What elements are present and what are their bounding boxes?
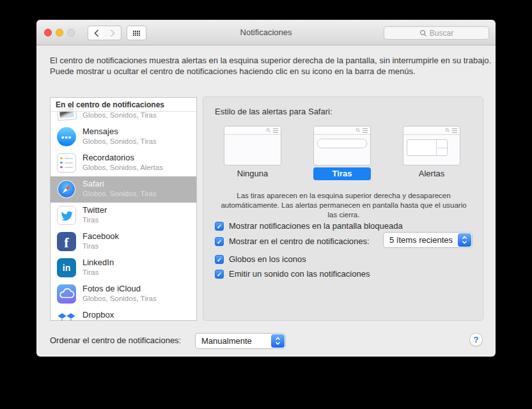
alert-shape: [407, 139, 448, 156]
safari-app-icon: [57, 180, 76, 199]
minimize-button[interactable]: [56, 29, 63, 36]
checkbox-checked[interactable]: ✓: [215, 270, 224, 279]
checkbox-checked[interactable]: ✓: [215, 222, 224, 231]
sidebar-item-mensajes[interactable]: ••• Mensajes Globos, Sonidos, Tiras: [51, 124, 196, 150]
dropdown-arrows-icon: [458, 233, 471, 247]
search-icon: [445, 128, 450, 133]
reminders-app-icon: [57, 153, 76, 173]
sidebar-item-dropbox[interactable]: Dropbox: [51, 307, 196, 321]
search-placeholder: Buscar: [430, 29, 453, 38]
app-subtitle: Tiras: [82, 216, 98, 224]
app-title: Safari: [82, 179, 104, 189]
show-all-button[interactable]: [127, 26, 146, 40]
intro-text: El centro de notificaciones muestra aler…: [50, 55, 494, 77]
app-subtitle: Globos, Sonidos, Tiras: [82, 190, 157, 197]
dropdown-arrows-icon: [271, 334, 285, 348]
checkbox-checked[interactable]: ✓: [215, 255, 224, 264]
sidebar-item-fotos-icloud[interactable]: Fotos de iCloud Globos, Sonidos, Tiras: [51, 281, 196, 307]
sidebar-item-twitter[interactable]: Twitter Tiras: [51, 203, 196, 229]
search-icon: [419, 29, 427, 37]
close-button[interactable]: [44, 29, 52, 36]
alert-style-heading: Estilo de las alertas para Safari:: [215, 107, 332, 116]
back-button[interactable]: [88, 26, 105, 40]
preferences-window: Notificaciones Buscar El centro de notif…: [36, 20, 496, 357]
app-subtitle: Tiras: [82, 268, 98, 276]
sort-label: Ordenar el centro de notificaciones:: [50, 336, 181, 345]
search-icon: [356, 128, 361, 133]
facebook-app-icon: f: [57, 232, 76, 251]
app-title: Mensajes: [82, 127, 118, 136]
search-icon: [266, 128, 271, 133]
grid-icon: [133, 31, 140, 36]
alert-style-banner-preview[interactable]: [313, 126, 371, 166]
style-explanation: Las tiras aparecen en la esquina superio…: [215, 191, 472, 220]
sidebar-item-facebook[interactable]: f Facebook Tiras: [51, 229, 196, 255]
list-icon: [452, 128, 457, 133]
sidebar-item-safari[interactable]: Safari Globos, Sonidos, Tiras: [51, 176, 196, 203]
twitter-app-icon: [57, 206, 76, 225]
app-subtitle: Globos, Sonidos, Tiras: [82, 111, 157, 119]
checkbox-checked[interactable]: ✓: [215, 237, 224, 246]
style-option-alertas[interactable]: Alertas: [393, 167, 470, 180]
sidebar-item-linkedin[interactable]: in LinkedIn Tiras: [51, 255, 196, 281]
window-controls: [44, 29, 75, 36]
messages-app-icon: •••: [57, 127, 76, 146]
app-subtitle: Globos, Sonidos, Alertas: [82, 164, 163, 171]
sidebar-item-recordatorios[interactable]: Recordatorios Globos, Sonidos, Alertas: [51, 150, 196, 176]
app-subtitle: Globos, Sonidos, Tiras: [82, 137, 157, 145]
list-section-header: En el centro de notificaciones: [51, 98, 196, 112]
app-subtitle: Tiras: [82, 242, 98, 250]
alert-style-alert-preview[interactable]: [403, 126, 460, 166]
app-title: Fotos de iCloud: [82, 284, 141, 293]
linkedin-app-icon: in: [57, 258, 76, 277]
help-button[interactable]: ?: [469, 333, 483, 346]
app-title: LinkedIn: [82, 258, 114, 267]
safari-notification-settings-panel: Estilo de las alertas para Safari: Ningu…: [203, 96, 483, 321]
style-option-tiras[interactable]: Tiras: [313, 167, 371, 180]
app-subtitle: Globos, Sonidos, Tiras: [82, 295, 157, 302]
icloud-photos-app-icon: [57, 284, 76, 304]
sort-dropdown[interactable]: Manualmente: [195, 333, 286, 349]
chevron-left-icon: [94, 29, 99, 37]
notification-apps-list: Mail Globos, Sonidos, Tiras ••• Mensajes…: [50, 97, 197, 321]
search-input[interactable]: Buscar: [384, 26, 489, 40]
zoom-button: [67, 29, 75, 36]
app-title: Dropbox: [82, 310, 114, 320]
titlebar: Notificaciones Buscar: [36, 20, 496, 45]
recent-items-dropdown[interactable]: 5 ítems recientes: [383, 232, 473, 248]
list-icon: [273, 128, 278, 133]
style-option-ninguna[interactable]: Ninguna: [214, 167, 291, 180]
app-title: Recordatorios: [82, 153, 134, 162]
app-title: Twitter: [82, 205, 107, 215]
app-title: Facebook: [82, 231, 119, 241]
alert-style-none-preview[interactable]: [224, 126, 281, 166]
forward-button: [104, 26, 121, 40]
chevron-right-icon: [110, 29, 115, 37]
list-icon: [363, 128, 368, 133]
banner-shape: [317, 139, 367, 148]
dropbox-app-icon: [57, 311, 76, 321]
